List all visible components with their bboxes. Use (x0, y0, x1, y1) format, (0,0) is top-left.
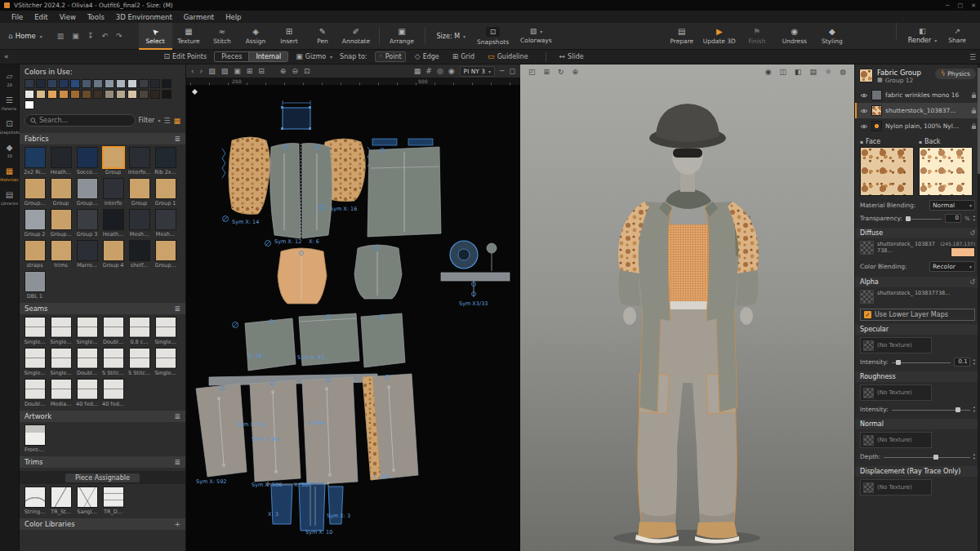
pipeline-action-button[interactable]: ⚑ Finish (738, 23, 776, 50)
color-swatch[interactable] (127, 79, 137, 88)
toolbar-tool[interactable]: ✐ Annotate (340, 23, 373, 50)
snapshots-button[interactable]: ⊡ Snapshots (471, 23, 514, 50)
toolbar-overflow-icon[interactable]: ☰ (969, 53, 976, 61)
snap-option[interactable]: ◇ Edge (411, 51, 443, 62)
seam-item[interactable]: Single... (23, 348, 47, 376)
reset-icon[interactable]: ↺ (969, 278, 975, 286)
fabric-item[interactable]: Marro... (75, 240, 99, 269)
fabric-item[interactable]: Interfo... (127, 147, 151, 176)
seam-item[interactable]: Doubl... (75, 348, 99, 376)
rail-item[interactable]: ▤ Libraries (0, 191, 19, 206)
colorways-dropdown[interactable]: ▧▾ Colorways (514, 23, 558, 50)
fabric-item[interactable]: Group (127, 178, 151, 207)
fabric-item[interactable]: trims (49, 240, 73, 269)
color-swatch[interactable] (59, 79, 69, 88)
fabric-item[interactable]: Group (101, 147, 125, 176)
search-input[interactable] (24, 114, 136, 127)
menu-item[interactable]: View (54, 13, 82, 21)
undo-icon[interactable]: ↶ (101, 32, 108, 40)
piece-assignable-tab[interactable]: Piece Assignable (20, 471, 185, 484)
fabric-item[interactable]: shelf... (127, 240, 151, 269)
menu-item[interactable]: Edit (29, 13, 53, 21)
material-blending-dropdown[interactable]: Normal▾ (929, 200, 975, 211)
piece-color-icon[interactable]: ▣ (234, 67, 241, 75)
add-icon[interactable]: + (174, 521, 180, 528)
toolbar-tool[interactable]: ➤ Select (139, 23, 172, 50)
camera-icon[interactable]: ◍ (840, 68, 846, 76)
show-grid-icon[interactable]: ▦ (414, 67, 421, 75)
gizmo-dropdown[interactable]: ▣ Gizmo▾ (296, 53, 332, 60)
color-swatch[interactable] (105, 90, 114, 99)
section-menu-icon[interactable]: ≣ (174, 305, 180, 313)
alpha-texture-thumbnail[interactable] (860, 290, 874, 304)
color-swatch[interactable] (93, 90, 103, 99)
back-texture-preview[interactable] (919, 147, 973, 196)
specular-intensity-slider[interactable] (892, 358, 951, 367)
seam-item[interactable]: 40 fed... (75, 379, 99, 407)
menu-item[interactable]: Tools (82, 13, 110, 21)
toolbar-tool[interactable]: ⊞ Insert (273, 23, 306, 50)
color-swatch[interactable] (24, 90, 34, 99)
seam-item[interactable]: Media... (49, 379, 73, 407)
lock-icon[interactable] (971, 91, 977, 99)
snap-option[interactable]: ⊞ Grid (448, 51, 479, 62)
trim-item[interactable]: String... (23, 487, 47, 515)
avatar-icon[interactable]: ◉ (765, 68, 772, 76)
rail-item[interactable]: ▦ Materials (0, 167, 19, 182)
seam-item[interactable]: Single... (23, 317, 47, 345)
color-swatch[interactable] (47, 79, 57, 88)
orbit-icon[interactable]: ↻ (558, 68, 564, 76)
fabric-item[interactable]: Group 1 (154, 178, 177, 207)
hatch-fill-icon[interactable]: ▨ (208, 67, 216, 75)
reset-icon[interactable]: ↺ (969, 229, 975, 237)
restore-view-icon[interactable]: ◻ (510, 67, 515, 75)
color-swatch[interactable] (47, 90, 57, 99)
fabric-item[interactable]: Mesh... (127, 209, 151, 238)
pin-icon[interactable]: ◉ (448, 67, 455, 75)
fabric-item[interactable]: Group... (154, 240, 177, 269)
seam-item[interactable]: S Stitc... (127, 348, 151, 376)
display-mode-icon[interactable]: ▥ (57, 32, 65, 40)
rail-item[interactable]: ◆ 3D (0, 144, 19, 158)
snap-option[interactable]: ◦ Point (375, 51, 406, 62)
visibility-eye-icon[interactable] (860, 123, 868, 130)
menu-item[interactable]: Help (220, 13, 247, 21)
face-label[interactable]: Face (866, 138, 880, 145)
artwork-section-header[interactable]: Artwork≣ (20, 411, 185, 422)
seam-item[interactable]: S Stitc... (101, 348, 125, 376)
seam-item[interactable]: Single... (49, 317, 73, 345)
fabric-item[interactable]: Heath... (101, 209, 125, 238)
transparency-slider[interactable] (906, 215, 942, 223)
slide-button[interactable]: ↔ Slide (559, 53, 584, 60)
seam-item[interactable]: Doubl... (23, 379, 47, 407)
fabric-item[interactable]: Group... (23, 178, 47, 207)
menu-item[interactable]: Garment (178, 13, 220, 21)
back-label[interactable]: Back (924, 138, 940, 145)
redo-icon[interactable]: ↷ (116, 32, 122, 40)
home-button[interactable]: ⌂ Home ▾ (5, 32, 46, 40)
target-icon[interactable]: ◎ (437, 67, 443, 75)
grid-display-icon[interactable]: ⊞ (247, 67, 253, 75)
fabric-item[interactable]: Group... (75, 178, 99, 207)
color-swatch[interactable] (150, 79, 160, 88)
color-swatch[interactable] (139, 79, 149, 88)
colorway-view-icon[interactable]: ◧ (795, 68, 802, 76)
color-swatch[interactable] (93, 79, 103, 88)
transparency-value[interactable]: 0 (945, 214, 961, 223)
fabric-item[interactable]: Group 3 (75, 209, 99, 238)
trims-section-header[interactable]: Trims≣ (20, 456, 185, 468)
pattern-canvas[interactable]: 250 500 Sym X: 14Sym X: 16Sym X: 12X: 6S… (186, 78, 520, 551)
zoom-fit-icon[interactable]: ⊡ (304, 67, 310, 75)
menu-item[interactable]: File (6, 13, 29, 21)
fabric-item[interactable]: Interfo (101, 178, 125, 207)
material-layer-row[interactable]: fabric wrinkles mono 16 (855, 87, 980, 103)
minimize-window-icon[interactable]: ─ (946, 2, 949, 9)
diffuse-texture-thumbnail[interactable] (860, 241, 874, 255)
color-swatch[interactable] (116, 90, 126, 99)
texture-fill-icon[interactable]: ▧ (221, 67, 229, 75)
roughness-intensity-slider[interactable] (892, 406, 970, 414)
color-swatch[interactable] (36, 90, 46, 99)
fabric-item[interactable]: Group 2 (23, 209, 47, 238)
material-layer-row[interactable]: Nylon plain, 100% Nyl... (855, 118, 980, 134)
section-menu-icon[interactable]: ≣ (174, 459, 180, 466)
